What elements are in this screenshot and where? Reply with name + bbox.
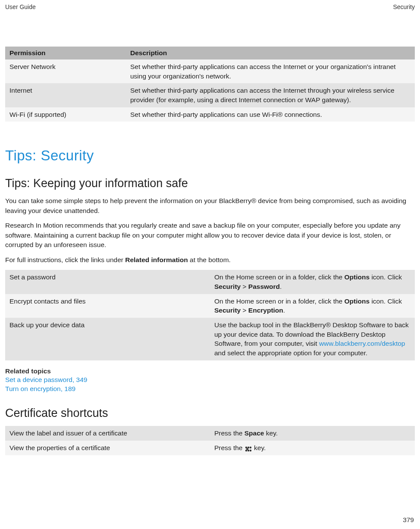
paragraph: Research In Motion recommends that you r… bbox=[5, 221, 415, 250]
table-row: View the label and issuer of a certifica… bbox=[5, 426, 415, 441]
cell-description: Set whether third-party applications can… bbox=[126, 59, 415, 83]
tip-instruction: On the Home screen or in a folder, click… bbox=[210, 294, 415, 318]
cell-description: Set whether third-party applications can… bbox=[126, 83, 415, 107]
tip-instruction: On the Home screen or in a folder, click… bbox=[210, 270, 415, 294]
heading-certificate-shortcuts: Certificate shortcuts bbox=[5, 407, 415, 420]
shortcuts-table: View the label and issuer of a certifica… bbox=[5, 426, 415, 455]
paragraph: You can take some simple steps to help p… bbox=[5, 196, 415, 216]
page-number: 379 bbox=[403, 516, 414, 524]
tip-action: Set a password bbox=[5, 270, 210, 294]
tip-action: Back up your device data bbox=[5, 318, 210, 360]
header-left: User Guide bbox=[5, 3, 36, 10]
heading-tips-security: Tips: Security bbox=[5, 147, 415, 164]
tip-instruction: Use the backup tool in the BlackBerry® D… bbox=[210, 318, 415, 360]
table-row: Set a password On the Home screen or in … bbox=[5, 270, 415, 294]
shortcut-action: View the properties of a certificate bbox=[5, 441, 210, 455]
related-link[interactable]: Turn on encryption, 189 bbox=[5, 384, 415, 394]
page-header: User Guide Security bbox=[0, 0, 420, 12]
cell-permission: Internet bbox=[5, 83, 126, 107]
table-row: View the properties of a certificate Pre… bbox=[5, 441, 415, 455]
svg-point-4 bbox=[250, 447, 251, 448]
svg-point-5 bbox=[250, 450, 251, 451]
th-permission: Permission bbox=[5, 47, 126, 59]
table-row: Back up your device data Use the backup … bbox=[5, 318, 415, 360]
svg-point-6 bbox=[246, 448, 248, 450]
header-right: Security bbox=[393, 3, 415, 10]
th-description: Description bbox=[126, 47, 415, 59]
tip-action: Encrypt contacts and files bbox=[5, 294, 210, 318]
link-blackberry-desktop[interactable]: www.blackberry.com/desktop bbox=[319, 340, 405, 347]
cell-description: Set whether third-party applications can… bbox=[126, 107, 415, 122]
shortcut-action: View the label and issuer of a certifica… bbox=[5, 426, 210, 441]
cell-permission: Server Network bbox=[5, 59, 126, 83]
related-topics-heading: Related topics bbox=[5, 367, 415, 375]
table-row: Server Network Set whether third-party a… bbox=[5, 59, 415, 83]
shortcut-key: Press the Space key. bbox=[210, 426, 415, 441]
heading-keeping-info-safe: Tips: Keeping your information safe bbox=[5, 177, 415, 190]
table-row: Wi-Fi (if supported) Set whether third-p… bbox=[5, 107, 415, 122]
permissions-table: Permission Description Server Network Se… bbox=[5, 47, 415, 122]
table-row: Internet Set whether third-party applica… bbox=[5, 83, 415, 107]
page-content: Permission Description Server Network Se… bbox=[0, 12, 420, 455]
cell-permission: Wi-Fi (if supported) bbox=[5, 107, 126, 122]
related-link[interactable]: Set a device password, 349 bbox=[5, 375, 415, 385]
table-row: Encrypt contacts and files On the Home s… bbox=[5, 294, 415, 318]
paragraph: For full instructions, click the links u… bbox=[5, 255, 415, 265]
shortcut-key: Press the key. bbox=[210, 441, 415, 455]
tips-table: Set a password On the Home screen or in … bbox=[5, 270, 415, 360]
menu-key-icon bbox=[245, 445, 252, 451]
